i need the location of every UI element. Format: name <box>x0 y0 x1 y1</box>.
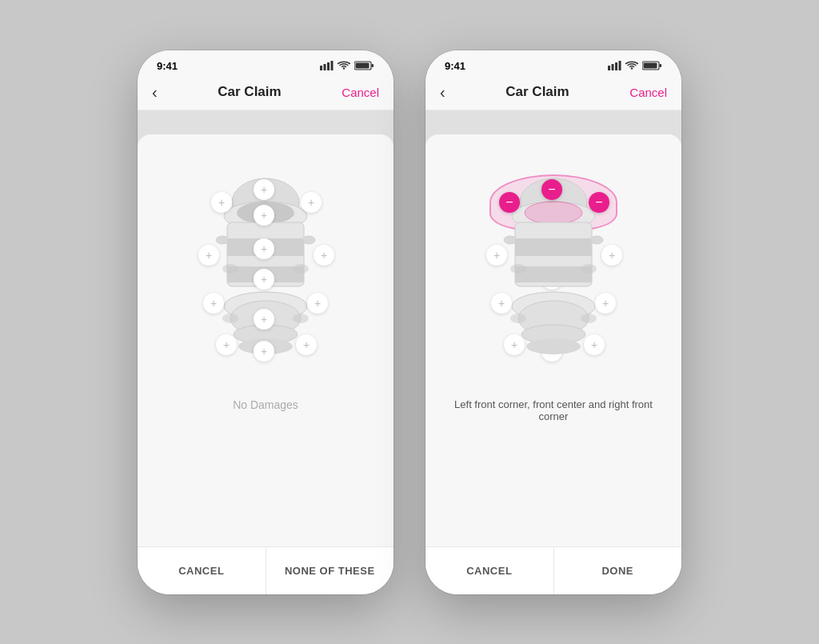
plus-trunk-1[interactable]: + <box>254 309 274 330</box>
cancel-button-1[interactable]: CANCEL <box>138 547 266 594</box>
svg-rect-23 <box>608 66 610 70</box>
svg-rect-34 <box>515 238 592 256</box>
wifi-icon-2 <box>625 61 638 70</box>
plus-cabin-1[interactable]: + <box>254 238 274 259</box>
status-icons-1 <box>320 61 374 70</box>
time-1: 9:41 <box>157 60 178 72</box>
wifi-icon-1 <box>338 61 350 70</box>
svg-rect-28 <box>660 64 662 67</box>
back-button-2[interactable]: ‹ <box>440 83 445 102</box>
plus-front-left-1[interactable]: + <box>211 192 232 213</box>
sheet-content-2: − − − + + + + + + + + + + + Left front c… <box>425 134 681 546</box>
damage-label-1: No Damages <box>233 398 298 546</box>
sheet-content-1: + + + + + + + + + + + <box>138 134 394 546</box>
none-button-1[interactable]: NONE OF THESE <box>266 547 394 594</box>
plus-rear-center-1[interactable]: + <box>254 341 274 362</box>
svg-rect-24 <box>612 64 614 70</box>
phone-1: 9:41 ‹ Car <box>138 50 394 594</box>
status-bar-1: 9:41 <box>138 50 394 77</box>
battery-icon-2 <box>642 61 662 70</box>
plus-left-rear-1[interactable]: + <box>203 293 224 314</box>
svg-rect-0 <box>320 66 322 70</box>
cancel-nav-2[interactable]: Cancel <box>629 86 667 99</box>
svg-point-43 <box>581 264 597 274</box>
svg-rect-35 <box>515 266 592 282</box>
svg-point-18 <box>302 236 315 244</box>
plus-left-door-1[interactable]: + <box>198 245 219 266</box>
done-button-2[interactable]: DONE <box>554 547 682 594</box>
status-icons-2 <box>608 61 662 70</box>
plus-rear-left-1[interactable]: + <box>216 334 237 355</box>
svg-rect-5 <box>372 64 374 67</box>
plus-right-door-1[interactable]: + <box>314 245 334 266</box>
svg-rect-2 <box>327 62 330 70</box>
svg-rect-6 <box>356 63 370 69</box>
svg-rect-26 <box>619 61 621 70</box>
nav-title-2: Car Claim <box>505 84 569 100</box>
status-bar-2: 9:41 <box>425 50 681 77</box>
sheet-handle-area-1 <box>138 110 394 134</box>
car-diagram-1: + + + + + + + + + + + <box>186 150 346 390</box>
plus-hood-1[interactable]: + <box>254 205 274 226</box>
plus-front-center-top-1[interactable]: + <box>254 179 274 200</box>
svg-point-21 <box>222 314 238 323</box>
nav-bar-1: ‹ Car Claim Cancel <box>138 77 394 110</box>
signal-icon-1 <box>320 61 334 70</box>
plus-rear-right-1[interactable]: + <box>296 334 317 355</box>
minus-front-right-2[interactable]: − <box>589 192 609 213</box>
svg-point-32 <box>525 202 582 224</box>
plus-center-mid-1[interactable]: + <box>254 269 274 290</box>
svg-rect-29 <box>644 63 657 69</box>
minus-front-center-2[interactable]: − <box>541 179 562 200</box>
battery-icon-1 <box>354 61 374 70</box>
svg-rect-25 <box>615 62 617 70</box>
cancel-nav-1[interactable]: Cancel <box>342 86 379 99</box>
minus-front-left-2[interactable]: − <box>499 192 520 213</box>
sheet-handle-area-2 <box>425 110 681 134</box>
svg-point-41 <box>590 236 603 244</box>
svg-point-42 <box>510 264 526 274</box>
cancel-button-2[interactable]: CANCEL <box>425 547 554 594</box>
svg-point-19 <box>222 264 238 274</box>
svg-rect-3 <box>331 61 334 70</box>
signal-icon-2 <box>608 61 621 70</box>
svg-point-45 <box>581 314 597 323</box>
bottom-buttons-1: CANCEL NONE OF THESE <box>138 546 394 594</box>
svg-point-44 <box>510 314 526 323</box>
bottom-buttons-2: CANCEL DONE <box>425 546 681 594</box>
svg-point-40 <box>504 236 517 244</box>
back-button-1[interactable]: ‹ <box>152 83 158 102</box>
svg-point-39 <box>526 338 581 354</box>
svg-rect-1 <box>324 64 326 70</box>
time-2: 9:41 <box>445 60 465 72</box>
car-diagram-2: − − − + + + + + + + + + + + <box>473 150 633 390</box>
nav-bar-2: ‹ Car Claim Cancel <box>425 77 681 110</box>
plus-center-rear-1[interactable]: + <box>307 293 328 314</box>
damage-label-2: Left front corner, front center and righ… <box>438 398 669 546</box>
svg-point-20 <box>293 264 309 274</box>
phone-2: 9:41 ‹ Car Claim Cancel <box>425 50 681 594</box>
svg-point-22 <box>293 314 309 323</box>
sheet-2: − − − + + + + + + + + + + + Left front c… <box>425 110 681 594</box>
sheet-1: + + + + + + + + + + + <box>138 110 394 594</box>
plus-front-right-1[interactable]: + <box>301 192 322 213</box>
nav-title-1: Car Claim <box>218 84 281 100</box>
svg-point-17 <box>216 236 229 244</box>
